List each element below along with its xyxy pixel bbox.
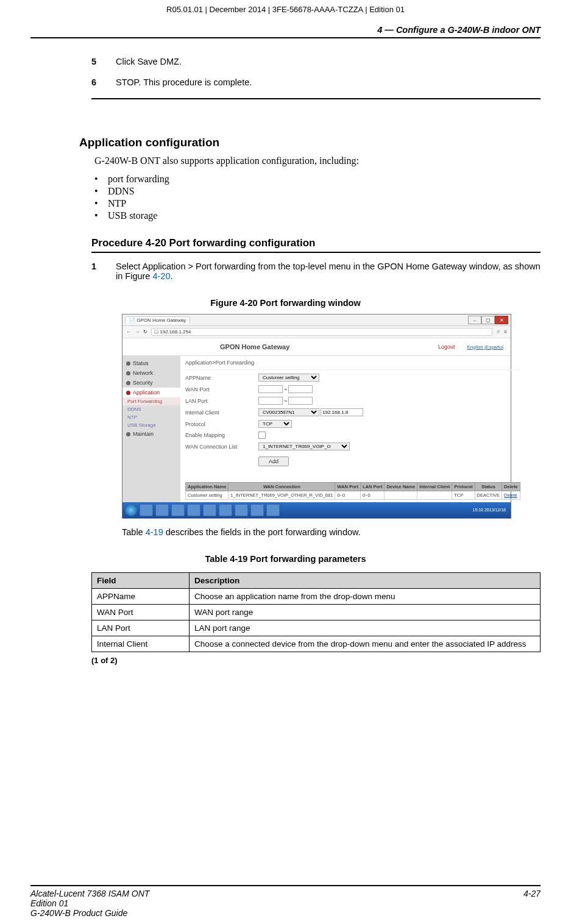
step-number: 5 (91, 57, 116, 66)
internal-client-ip-input[interactable] (321, 408, 363, 416)
wan-conn-select[interactable]: 1_INTERNET_TR069_VOIP_O (258, 442, 350, 450)
cell-internal-client (417, 491, 452, 500)
step-text-post: . (170, 271, 172, 281)
wan-port-to-input[interactable] (288, 385, 313, 393)
nav-forward-icon[interactable]: → (135, 329, 140, 335)
taskbar-app-icon[interactable] (171, 504, 185, 516)
footer-edition: Edition 01 (30, 898, 523, 908)
procedure-title: Procedure 4-20 Port forwarding configura… (91, 237, 541, 253)
appname-select[interactable]: Customer setting (258, 374, 319, 382)
prev-step-5: 5 Click Save DMZ. (91, 57, 541, 66)
col-protocol: Protocol (452, 483, 475, 491)
step-1: 1 Select Application > Port forwarding f… (91, 261, 541, 281)
feature-item: port forwarding (94, 174, 541, 185)
table-xref[interactable]: 4-19 (146, 527, 163, 537)
sidebar-sub-ntp[interactable]: NTP (122, 413, 180, 421)
taskbar-app-icon[interactable] (219, 504, 232, 516)
chapter-title: 4 — Configure a G-240W-B indoor ONT (30, 25, 541, 35)
range-separator: ~ (284, 398, 287, 404)
table-row: WAN Port WAN port range (92, 605, 541, 620)
system-tray-clock[interactable]: 15:10 2013/12/18 (473, 508, 509, 513)
taskbar-app-icon[interactable] (140, 504, 153, 516)
start-button-icon[interactable] (125, 504, 137, 516)
cell-wan-conn: 1_INTERNET_TR069_VOIP_OTHER_R_VID_881 (229, 491, 335, 500)
col-status: Status (475, 483, 502, 491)
window-maximize-icon[interactable]: ▢ (481, 316, 495, 324)
address-bar[interactable]: ☐ 192.168.1.254 (151, 328, 492, 336)
field-cell: WAN Port (92, 605, 190, 620)
figure-xref[interactable]: 4-20 (152, 271, 170, 281)
sidebar-item-application[interactable]: Application (122, 388, 180, 397)
cell-status: DEACTIVE (475, 491, 502, 500)
footer-rule (30, 885, 541, 886)
wan-port-label: WAN Port (185, 386, 258, 393)
field-cell: Internal Client (92, 636, 190, 652)
menu-icon[interactable]: ≡ (504, 329, 507, 335)
lan-port-from-input[interactable] (258, 397, 283, 405)
col-wan-port: WAN Port (335, 483, 361, 491)
taskbar-app-icon[interactable] (203, 504, 216, 516)
delete-link[interactable]: Delete (502, 491, 520, 500)
col-lan-port: LAN Port (360, 483, 385, 491)
taskbar-app-icon[interactable] (266, 504, 280, 516)
breadcrumb: Application>Port Forwarding (185, 358, 520, 370)
document-meta: R05.01.01 | December 2014 | 3FE-56678-AA… (30, 0, 541, 14)
nav-reload-icon[interactable]: ↻ (143, 329, 147, 335)
browser-tab[interactable]: 📄 GPON Home Gateway (125, 316, 190, 324)
sidebar-item-network[interactable]: Network (122, 368, 180, 378)
col-wan-conn: WAN Connection (229, 483, 335, 491)
feature-item: NTP (94, 198, 541, 209)
feature-list: port forwarding DDNS NTP USB storage (94, 174, 541, 221)
footer-product-line: Alcatel-Lucent 7368 ISAM ONT (30, 889, 523, 898)
sidebar-sub-usb-storage[interactable]: USB Storage (122, 421, 180, 429)
sidebar-sub-port-forwarding[interactable]: Port Forwarding (122, 397, 180, 405)
field-cell: LAN Port (92, 620, 190, 636)
text-pre: Table (122, 527, 146, 537)
section-intro: G-240W-B ONT also supports application c… (94, 155, 541, 166)
taskbar-app-icon[interactable] (155, 504, 169, 516)
appname-label: APPName (185, 375, 258, 381)
procedure-separator (91, 98, 541, 99)
taskbar-app-icon[interactable] (235, 504, 248, 516)
desc-cell: Choose a connected device from the drop-… (190, 636, 541, 652)
app-header: GPON Home Gateway Logout English |Españo… (122, 338, 511, 356)
sidebar-item-security[interactable]: Security (122, 378, 180, 388)
sidebar-sub-ddns[interactable]: DDNS (122, 405, 180, 413)
language-links[interactable]: English |Español (467, 344, 503, 350)
app-title: GPON Home Gateway (220, 343, 289, 350)
cell-lan-port: 0~0 (360, 491, 385, 500)
table-caption: Table 4-19 Port forwarding parameters (30, 554, 541, 564)
bookmark-icon[interactable]: ☆ (496, 329, 500, 335)
step-text: Click Save DMZ. (116, 57, 541, 66)
step-text: STOP. This procedure is complete. (116, 77, 541, 87)
wan-port-from-input[interactable] (258, 385, 283, 393)
lan-port-to-input[interactable] (288, 397, 313, 405)
col-delete: Delete (502, 483, 520, 491)
sidebar-item-status[interactable]: Status (122, 358, 180, 368)
protocol-select[interactable]: TCP (258, 420, 292, 428)
figure-caption: Figure 4-20 Port forwarding window (30, 298, 541, 308)
taskbar-app-icon[interactable] (250, 504, 264, 516)
nav-back-icon[interactable]: ← (126, 329, 131, 335)
table-pagination-note: (1 of 2) (91, 656, 541, 665)
col-field: Field (92, 573, 190, 589)
taskbar-app-icon[interactable] (187, 504, 200, 516)
browser-tab-bar: 📄 GPON Home Gateway – ▢ ✕ (122, 315, 511, 326)
enable-mapping-checkbox[interactable] (258, 432, 266, 439)
table-row: LAN Port LAN port range (92, 620, 541, 636)
add-button[interactable]: Add (258, 457, 289, 466)
windows-taskbar: 15:10 2013/12/18 (122, 502, 511, 518)
internal-client-select[interactable]: CV0023587N1 (258, 408, 319, 416)
desc-cell: Choose an application name from the drop… (190, 589, 541, 605)
logout-link[interactable]: Logout (438, 344, 455, 350)
window-minimize-icon[interactable]: – (468, 316, 481, 324)
sidebar-nav: Status Network Security Application Port… (122, 356, 180, 502)
window-close-icon[interactable]: ✕ (495, 316, 508, 324)
feature-item: DDNS (94, 186, 541, 197)
feature-item: USB storage (94, 210, 541, 221)
wan-conn-list-label: WAN Connection List (185, 444, 258, 450)
step-text-pre: Select Application > Port forwarding fro… (116, 261, 541, 281)
sidebar-item-maintain[interactable]: Maintain (122, 429, 180, 439)
port-forwarding-table: Application Name WAN Connection WAN Port… (185, 482, 520, 500)
desc-cell: WAN port range (190, 605, 541, 620)
